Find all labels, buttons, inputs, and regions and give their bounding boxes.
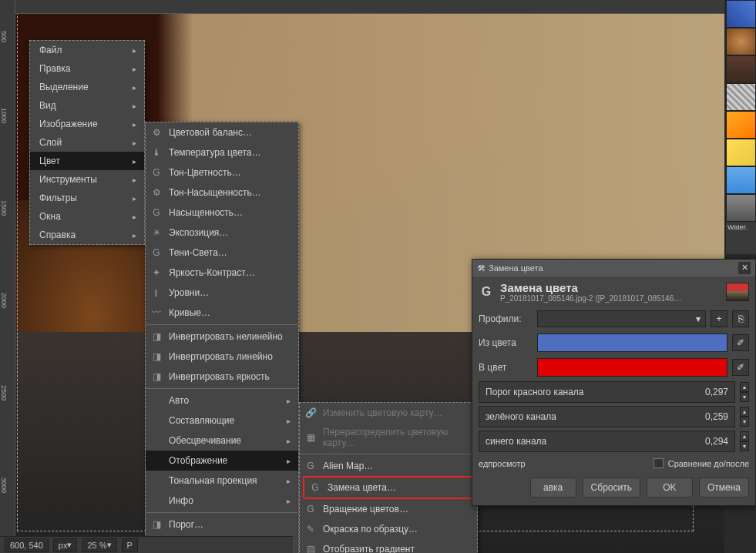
split-checkbox[interactable] bbox=[654, 458, 664, 468]
menu-hue-chroma[interactable]: GТон-Цветность… bbox=[146, 163, 298, 183]
submenu-map: 🔗Изменить цветовую карту… ▦Перераспредел… bbox=[299, 402, 478, 553]
to-color-label: В цвет bbox=[479, 362, 533, 373]
menu-image[interactable]: Изображение▸ bbox=[30, 115, 144, 133]
menu-components[interactable]: Составляющие▸ bbox=[146, 411, 298, 431]
menu-separator bbox=[146, 388, 298, 389]
profiles-dropdown[interactable]: ▾ bbox=[537, 310, 706, 327]
menu-view[interactable]: Вид▸ bbox=[30, 96, 144, 115]
split-label: Сравнение до/после bbox=[668, 459, 749, 468]
menu-invert-linear[interactable]: ◨Инвертировать линейно bbox=[146, 347, 298, 367]
menu-auto[interactable]: Авто▸ bbox=[146, 390, 298, 411]
dialog-window-title: Замена цвета bbox=[489, 263, 543, 273]
green-threshold-label: зелёного канала bbox=[486, 411, 705, 422]
menu-tools[interactable]: Инструменты▸ bbox=[30, 170, 144, 189]
menu-gradient-map[interactable]: ▤Отобразить градиент bbox=[300, 539, 477, 553]
menu-edit[interactable]: Правка▸ bbox=[30, 59, 144, 78]
red-threshold-value: 0,297 bbox=[705, 387, 728, 397]
menu-invert-lightness[interactable]: ◨Инвертировать яркость bbox=[146, 367, 298, 387]
pattern-swatch[interactable] bbox=[726, 139, 756, 166]
menu-file[interactable]: Файл▸ bbox=[30, 41, 144, 59]
wrench-icon: 🛠 bbox=[477, 263, 486, 273]
spin-down-button[interactable]: ▾ bbox=[740, 417, 749, 427]
menu-color-balance[interactable]: ⚙Цветовой баланс… bbox=[146, 122, 298, 142]
menu-color-temp[interactable]: 🌡Температура цвета… bbox=[146, 142, 298, 163]
close-button[interactable]: ✕ bbox=[738, 262, 751, 274]
menu-saturation[interactable]: GНасыщенность… bbox=[146, 203, 298, 223]
menu-hue-sat[interactable]: ⚙Тон-Насыщенность… bbox=[146, 183, 298, 203]
menu-map[interactable]: Отображение▸ bbox=[146, 451, 298, 471]
chevron-right-icon: ▸ bbox=[133, 139, 136, 147]
dialog-title: Замена цвета bbox=[500, 281, 720, 294]
blue-threshold-slider[interactable]: синего канала 0,294 bbox=[479, 431, 735, 452]
ok-button[interactable]: OK bbox=[647, 478, 693, 498]
chevron-right-icon: ▸ bbox=[287, 437, 291, 445]
status-unit-dropdown[interactable]: px ▾ bbox=[53, 538, 78, 552]
pattern-panel: Water. bbox=[725, 0, 756, 254]
chevron-down-icon: ▾ bbox=[743, 443, 746, 450]
dialog-titlebar[interactable]: 🛠 Замена цвета ✕ bbox=[472, 260, 755, 276]
to-color-well[interactable] bbox=[537, 358, 727, 377]
chevron-right-icon: ▸ bbox=[287, 397, 291, 405]
invert-icon: ◨ bbox=[150, 330, 163, 343]
menu-sample-colorize[interactable]: ✎Окраска по образцу… bbox=[300, 519, 477, 539]
menu-filters[interactable]: Фильтры▸ bbox=[30, 189, 144, 207]
menu-threshold[interactable]: ◨Порог… bbox=[146, 514, 298, 535]
reset-button[interactable]: Сбросить bbox=[583, 478, 640, 498]
pattern-swatch[interactable] bbox=[726, 55, 756, 83]
menu-tone-mapping[interactable]: Тональная проекция▸ bbox=[146, 471, 298, 491]
blue-threshold-value: 0,294 bbox=[705, 436, 728, 447]
menu-exposure[interactable]: ☀Экспозиция… bbox=[146, 223, 298, 243]
menu-separator bbox=[146, 324, 298, 325]
menu-color[interactable]: Цвет▸ bbox=[30, 152, 144, 170]
from-color-picker[interactable]: ✐ bbox=[732, 334, 749, 351]
menu-levels[interactable]: ⫿Уровни… bbox=[146, 283, 298, 303]
g-icon: G bbox=[309, 481, 321, 494]
chevron-down-icon: ▾ bbox=[743, 394, 746, 401]
chevron-up-icon: ▴ bbox=[743, 408, 746, 415]
spin-down-button[interactable]: ▾ bbox=[740, 441, 749, 451]
pattern-swatch[interactable] bbox=[726, 111, 756, 139]
menu-invert-nonlinear[interactable]: ◨Инвертировать нелинейно bbox=[146, 327, 298, 347]
menu-select[interactable]: Выделение▸ bbox=[30, 78, 144, 96]
menu-desaturate[interactable]: Обесцвечивание▸ bbox=[146, 431, 298, 451]
menu-layer[interactable]: Слой▸ bbox=[30, 133, 144, 152]
menu-alien-map[interactable]: GAlien Map… bbox=[300, 456, 477, 476]
menu-brightness[interactable]: ✦Яркость-Контраст… bbox=[146, 263, 298, 283]
chevron-right-icon: ▸ bbox=[133, 194, 136, 203]
spin-down-button[interactable]: ▾ bbox=[740, 392, 749, 402]
from-color-label: Из цвета bbox=[479, 337, 533, 348]
menu-help[interactable]: Справка▸ bbox=[30, 226, 144, 244]
spin-up-button[interactable]: ▴ bbox=[740, 382, 749, 392]
g-icon: G bbox=[150, 206, 163, 219]
invert-icon: ◨ bbox=[150, 350, 163, 363]
pattern-swatch[interactable] bbox=[726, 83, 756, 111]
spin-up-button[interactable]: ▴ bbox=[740, 431, 749, 441]
pattern-swatch[interactable] bbox=[726, 194, 756, 222]
add-profile-button[interactable]: + bbox=[711, 310, 727, 327]
spin-up-button[interactable]: ▴ bbox=[740, 407, 749, 417]
close-icon: ✕ bbox=[741, 263, 748, 272]
ruler-vertical[interactable]: 500 1000 1500 2000 2500 3000 bbox=[0, 0, 15, 553]
save-profile-button[interactable]: ⎘ bbox=[732, 310, 749, 327]
ruler-horizontal[interactable] bbox=[15, 0, 724, 14]
menu-curves[interactable]: 〰Кривые… bbox=[146, 303, 298, 323]
help-button[interactable]: авка bbox=[530, 478, 576, 498]
from-color-well[interactable] bbox=[537, 333, 727, 352]
pattern-swatch[interactable] bbox=[726, 166, 756, 194]
to-color-picker[interactable]: ✐ bbox=[732, 359, 749, 376]
menu-color-exchange[interactable]: GЗамена цвета… bbox=[303, 476, 474, 499]
menu-rotate-colors[interactable]: GВращение цветов… bbox=[300, 499, 477, 519]
preview-label: едпросмотр bbox=[479, 459, 526, 468]
green-threshold-slider[interactable]: зелёного канала 0,259 bbox=[479, 406, 735, 427]
menu-info[interactable]: Инфо▸ bbox=[146, 491, 298, 511]
plus-icon: + bbox=[716, 313, 721, 324]
menu-windows[interactable]: Окна▸ bbox=[30, 207, 144, 226]
red-threshold-slider[interactable]: Порог красного канала 0,297 bbox=[479, 381, 735, 403]
chevron-up-icon: ▴ bbox=[743, 433, 746, 440]
menu-separator bbox=[300, 454, 477, 454]
status-zoom-dropdown[interactable]: 25 % ▾ bbox=[82, 538, 116, 552]
menu-shadows[interactable]: GТени-Света… bbox=[146, 243, 298, 263]
cancel-button[interactable]: Отмена bbox=[699, 478, 749, 498]
pattern-swatch[interactable] bbox=[726, 0, 756, 28]
pattern-swatch[interactable] bbox=[726, 28, 756, 55]
